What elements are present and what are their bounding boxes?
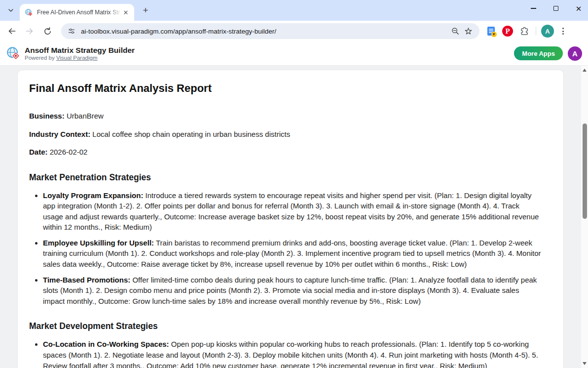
pinterest-extension-button[interactable]: P [500, 24, 515, 39]
app-user-avatar[interactable]: A [568, 46, 582, 61]
forward-arrow-icon [25, 26, 35, 36]
list-item: Time-Based Promotions: Offer limited-tim… [43, 275, 542, 307]
app-header: Ansoff Matrix Strategy Builder Powered b… [0, 41, 588, 66]
section-heading-market-penetration: Market Penetration Strategies [29, 172, 542, 183]
meta-label: Date: [29, 148, 48, 156]
report-meta-date: Date: 2026-02-02 [29, 147, 542, 158]
new-tab-button[interactable]: + [139, 4, 152, 17]
more-apps-button[interactable]: More Apps [514, 46, 563, 60]
report-title: Final Ansoff Matrix Analysis Report [29, 82, 542, 95]
maximize-button[interactable] [551, 4, 560, 13]
list-item: Loyalty Program Expansion: Introduce a t… [43, 190, 542, 233]
strategy-label: Time-Based Promotions: [43, 276, 130, 284]
tab-search-button[interactable] [4, 3, 18, 17]
page-scrollbar[interactable] [581, 66, 588, 368]
docs-extension-button[interactable]: ▼ [483, 24, 498, 39]
toolbar-separator [536, 27, 536, 36]
pinterest-icon: P [502, 26, 513, 37]
visual-paradigm-logo [6, 46, 21, 61]
reload-button[interactable] [40, 24, 54, 38]
browser-toolbar: ai-toolbox.visual-paradigm.com/app/ansof… [0, 21, 588, 41]
bookmark-star-button[interactable] [462, 25, 475, 38]
tab-close-icon[interactable]: ✕ [121, 8, 130, 17]
meta-value: UrbanBrew [67, 112, 104, 120]
strategy-label: Employee Upskilling for Upsell: [43, 239, 154, 247]
scroll-down-icon [583, 362, 587, 365]
scrollbar-thumb[interactable] [583, 123, 587, 219]
meta-value: Local coffee shop chain operating in urb… [92, 130, 290, 138]
powered-by-prefix: Powered by [25, 55, 55, 61]
scroll-down-button[interactable] [581, 360, 588, 367]
report-meta-business: Business: UrbanBrew [29, 111, 542, 122]
strategy-list-market-development: Co-Location in Co-Working Spaces: Open p… [29, 339, 542, 368]
document-download-icon: ▼ [487, 27, 495, 36]
list-item: Employee Upskilling for Upsell: Train ba… [43, 238, 542, 270]
powered-by: Powered by Visual Paradigm [25, 54, 514, 61]
puzzle-piece-icon [519, 26, 529, 36]
report-card: Final Ansoff Matrix Analysis Report Busi… [17, 70, 564, 368]
strategy-list-market-penetration: Loyalty Program Expansion: Introduce a t… [29, 190, 542, 307]
back-button[interactable] [5, 24, 19, 38]
meta-label: Business: [29, 112, 65, 120]
list-item: Co-Location in Co-Working Spaces: Open p… [43, 339, 542, 368]
forward-button[interactable] [23, 24, 37, 38]
tab-strip: Free AI-Driven Ansoff Matrix Str ✕ + ✕ [0, 0, 588, 21]
zoom-out-icon [451, 27, 460, 36]
window-controls: ✕ [529, 0, 583, 17]
zoom-out-button[interactable] [449, 25, 462, 38]
section-heading-market-development: Market Development Strategies [29, 321, 542, 331]
visual-paradigm-link[interactable]: Visual Paradigm [56, 55, 98, 61]
minimize-button[interactable] [529, 4, 538, 13]
extensions-button[interactable] [517, 24, 532, 39]
meta-label: Industry Context: [29, 130, 90, 138]
app-title: Ansoff Matrix Strategy Builder [25, 46, 514, 54]
strategy-label: Loyalty Program Expansion: [43, 191, 143, 200]
scroll-up-button[interactable] [581, 67, 588, 74]
url-text[interactable]: ai-toolbox.visual-paradigm.com/app/ansof… [81, 28, 449, 35]
star-icon [464, 27, 473, 36]
browser-menu-button[interactable] [557, 25, 569, 37]
url-bar[interactable]: ai-toolbox.visual-paradigm.com/app/ansof… [61, 23, 479, 39]
back-arrow-icon [7, 26, 17, 36]
report-meta-industry: Industry Context: Local coffee shop chai… [29, 129, 542, 140]
meta-value: 2026-02-02 [50, 148, 88, 156]
tab-title: Free AI-Driven Ansoff Matrix Str [37, 9, 121, 16]
visual-paradigm-favicon [25, 8, 33, 17]
browser-profile-avatar[interactable]: A [541, 25, 554, 38]
site-settings-tune-icon[interactable] [67, 27, 76, 36]
reload-icon [43, 27, 52, 36]
browser-tab[interactable]: Free AI-Driven Ansoff Matrix Str ✕ [20, 4, 134, 21]
chevron-down-icon [7, 7, 14, 14]
strategy-label: Co-Location in Co-Working Spaces: [43, 340, 169, 348]
close-button[interactable]: ✕ [574, 4, 583, 13]
scroll-up-icon [583, 69, 587, 72]
page-content: Final Ansoff Matrix Analysis Report Busi… [0, 66, 588, 368]
